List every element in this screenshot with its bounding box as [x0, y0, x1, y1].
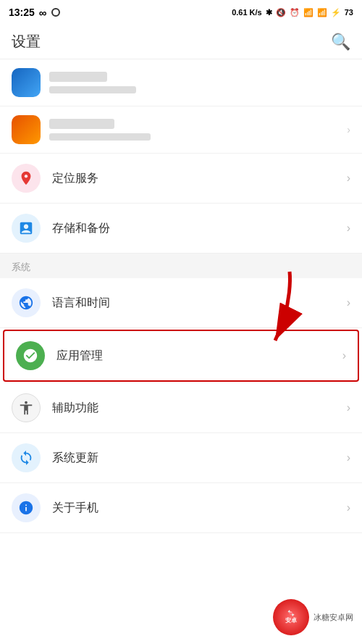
location-label: 定位服务 [52, 171, 347, 186]
status-time: 13:25 [9, 7, 35, 18]
app-text-1 [49, 72, 350, 93]
status-right: 0.61 K/s ✱ 🔇 ⏰ 📶 📶 ⚡ 73 [232, 8, 353, 17]
system-update-arrow: › [347, 451, 350, 464]
app-management-label: 应用管理 [56, 348, 342, 364]
page-title: 设置 [12, 32, 41, 51]
watermark-logo: 🍬安卓 [273, 599, 309, 635]
location-arrow: › [347, 172, 350, 185]
watermark-label: 冰糖安卓网 [313, 612, 353, 623]
system-update-label: 系统更新 [52, 451, 347, 466]
bluetooth-icon: ✱ [266, 8, 272, 17]
app-name-2 [49, 119, 114, 129]
app-arrow-2: › [347, 124, 350, 135]
globe-icon [12, 288, 41, 317]
language-arrow: › [347, 296, 350, 309]
app-text-2 [49, 119, 347, 141]
settings-item-system-update[interactable]: 系统更新 › [0, 433, 362, 483]
storage-label: 存储和备份 [52, 221, 347, 236]
app-item-2[interactable]: › [0, 106, 362, 154]
charging-icon: ⚡ [331, 8, 341, 17]
accessibility-arrow: › [347, 401, 350, 414]
app-management-wrapper: 应用管理 › [0, 330, 362, 382]
network-speed: 0.61 K/s [232, 8, 262, 17]
language-label: 语言和时间 [52, 296, 347, 311]
about-label: 关于手机 [52, 501, 347, 516]
wifi-icon: 📶 [303, 8, 313, 17]
settings-item-location[interactable]: 定位服务 › [0, 154, 362, 204]
section-header-system: 系统 [0, 254, 362, 278]
app-management-arrow: › [342, 349, 346, 362]
app-item-1[interactable] [0, 59, 362, 106]
app-icon-2 [12, 115, 41, 144]
settings-item-language[interactable]: 语言和时间 › [0, 278, 362, 328]
app-desc-1 [49, 86, 136, 93]
location-icon [12, 164, 41, 193]
alarm-icon: ⏰ [290, 8, 300, 17]
signal-icon: 📶 [317, 8, 327, 17]
app-icon-1 [12, 68, 41, 97]
app-mgr-icon [16, 341, 45, 370]
settings-item-storage[interactable]: 存储和备份 › [0, 204, 362, 254]
update-icon [12, 443, 41, 472]
circle-icon [51, 8, 60, 17]
battery-level: 73 [345, 8, 353, 17]
header: 设置 🔍 [0, 25, 362, 59]
app-desc-2 [49, 133, 151, 141]
storage-arrow: › [347, 222, 350, 235]
status-left: 13:25 ∞ [9, 7, 60, 19]
settings-item-app-management[interactable]: 应用管理 › [3, 330, 359, 382]
accessibility-icon [12, 393, 41, 422]
search-icon[interactable]: 🔍 [331, 33, 350, 51]
mute-icon: 🔇 [276, 8, 286, 17]
infinity-icon: ∞ [39, 7, 47, 19]
status-bar: 13:25 ∞ 0.61 K/s ✱ 🔇 ⏰ 📶 📶 ⚡ 73 [0, 0, 362, 25]
about-arrow: › [347, 501, 350, 514]
storage-icon [12, 214, 41, 243]
settings-item-about[interactable]: 关于手机 › [0, 483, 362, 533]
accessibility-label: 辅助功能 [52, 401, 347, 416]
settings-item-accessibility[interactable]: 辅助功能 › [0, 383, 362, 433]
watermark: 🍬安卓 冰糖安卓网 [273, 599, 353, 635]
about-icon [12, 493, 41, 522]
app-name-1 [49, 72, 107, 82]
